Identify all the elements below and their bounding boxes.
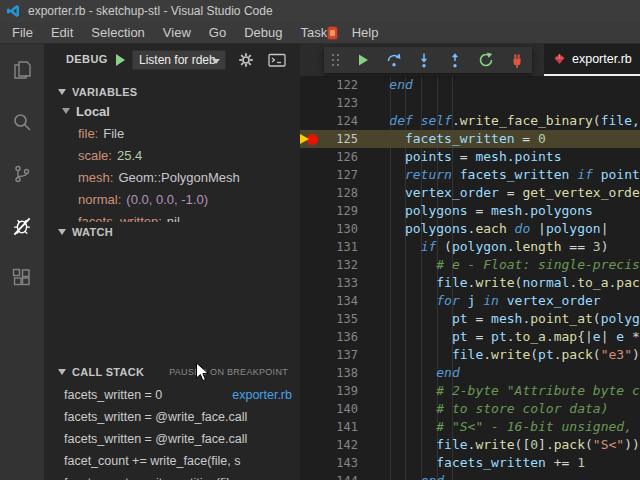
line-number: 127 (320, 166, 358, 184)
gear-icon[interactable] (238, 52, 254, 68)
code-line-123[interactable]: 123 (300, 94, 640, 112)
code-line-139[interactable]: 139# 2-byte "Attribute byte co (300, 382, 640, 400)
code-line-126[interactable]: 126points = mesh.points (300, 148, 640, 166)
breakpoint-gutter[interactable] (300, 238, 320, 256)
line-number: 125 (320, 130, 358, 148)
line-number: 122 (320, 76, 358, 94)
variable-row[interactable]: mesh:Geom::PolygonMesh (44, 166, 300, 188)
call-stack-frame[interactable]: facet_count = write_entities(file (44, 472, 300, 480)
menu-help[interactable]: Help (343, 22, 388, 44)
code-line-131[interactable]: 131if (polygon.length == 3) (300, 238, 640, 256)
code-line-137[interactable]: 137file.write(pt.pack("e3")) (300, 346, 640, 364)
breakpoint-gutter[interactable] (300, 292, 320, 310)
breakpoint-gutter[interactable] (300, 184, 320, 202)
code-line-text: def self.write_face_binary(file, scale, … (358, 112, 640, 130)
activity-extensions-button[interactable] (0, 252, 44, 304)
restart-icon[interactable] (478, 52, 494, 68)
call-stack-frame[interactable]: facets_written = @write_face.call (44, 406, 300, 428)
menu-go[interactable]: Go (200, 22, 235, 44)
variable-row[interactable]: scale:25.4 (44, 144, 300, 166)
step-out-icon[interactable] (447, 52, 463, 68)
code-line-124[interactable]: 124def self.write_face_binary(file, scal… (300, 112, 640, 130)
breakpoint-gutter[interactable] (300, 94, 320, 112)
code-line-130[interactable]: 130polygons.each do |polygon| (300, 220, 640, 238)
debug-config-dropdown[interactable]: Listen for rdeb (132, 50, 226, 70)
frame-file-link[interactable]: exporter.rb (232, 388, 292, 402)
code-line-144[interactable]: 144end (300, 472, 640, 480)
tab-bar: exporter.rb (300, 44, 640, 76)
code-line-132[interactable]: 132# e - Float: single-precision fl (300, 256, 640, 274)
code-line-127[interactable]: 127return facets_written if points.lengt… (300, 166, 640, 184)
watch-section-header[interactable]: WATCH (44, 222, 300, 242)
call-stack-frame[interactable]: facet_count += write_face(file, s (44, 450, 300, 472)
code-line-text: # to store color data) (358, 400, 640, 418)
code-line-142[interactable]: 142file.write([0].pack("S<")) (300, 436, 640, 454)
breakpoint-gutter[interactable] (300, 400, 320, 418)
call-stack-section-header[interactable]: CALL STACK PAUSED ON BREAKPOINT (44, 362, 300, 382)
breakpoint-gutter[interactable] (300, 418, 320, 436)
menu-edit[interactable]: Edit (42, 22, 82, 44)
continue-icon[interactable] (355, 52, 371, 68)
call-stack-header-label: CALL STACK (72, 366, 144, 378)
breakpoint-gutter[interactable] (300, 112, 320, 130)
step-over-icon[interactable] (386, 52, 402, 68)
disconnect-icon[interactable] (509, 52, 525, 69)
step-into-icon[interactable] (416, 52, 432, 68)
code-line-140[interactable]: 140# to store color data) (300, 400, 640, 418)
breakpoint-gutter[interactable] (300, 310, 320, 328)
menu-view[interactable]: View (154, 22, 200, 44)
breakpoint-gutter[interactable] (300, 76, 320, 94)
call-stack-frame[interactable]: facets_written = @write_face.call (44, 428, 300, 450)
code-line-143[interactable]: 143facets_written += 1 (300, 454, 640, 472)
code-line-141[interactable]: 141# "S<" - 16-bit unsigned, l (300, 418, 640, 436)
code-line-134[interactable]: 134for j in vertex_order (300, 292, 640, 310)
code-line-text: end (358, 472, 640, 480)
menu-debug[interactable]: Debug (235, 22, 291, 44)
breakpoint-gutter[interactable] (300, 130, 320, 148)
variables-section-header[interactable]: VARIABLES (44, 82, 300, 102)
menu-file[interactable]: File (3, 22, 42, 44)
breakpoint-gutter[interactable] (300, 148, 320, 166)
breakpoint-gutter[interactable] (300, 256, 320, 274)
code-editor[interactable]: 122end123124def self.write_face_binary(f… (300, 76, 640, 480)
code-line-135[interactable]: 135pt = mesh.point_at(polygon[j]. (300, 310, 640, 328)
debug-console-icon[interactable] (268, 53, 286, 68)
activity-bar (0, 44, 44, 480)
code-line-133[interactable]: 133file.write(normal.to_a.pack("e3")) (300, 274, 640, 292)
code-line-128[interactable]: 128vertex_order = get_vertex_order(point… (300, 184, 640, 202)
code-line-136[interactable]: 136pt = pt.to_a.map{|e| e * scale} (300, 328, 640, 346)
tab-exporter-rb[interactable]: exporter.rb (544, 44, 640, 76)
activity-source-control-button[interactable] (0, 148, 44, 200)
breakpoint-gutter[interactable] (300, 364, 320, 382)
code-line-129[interactable]: 129polygons = mesh.polygons (300, 202, 640, 220)
breakpoint-gutter[interactable] (300, 202, 320, 220)
frame-label: facets_written = 0 (64, 388, 224, 402)
line-number: 133 (320, 274, 358, 292)
code-line-text: file.write(pt.pack("e3")) (358, 346, 640, 364)
breakpoint-gutter[interactable] (300, 166, 320, 184)
breakpoint-gutter[interactable] (300, 382, 320, 400)
breakpoint-gutter[interactable] (300, 220, 320, 238)
activity-explorer-button[interactable] (0, 44, 44, 96)
breakpoint-gutter[interactable] (300, 436, 320, 454)
code-line-text (358, 94, 640, 112)
code-line-125[interactable]: 125facets_written = 0 (300, 130, 640, 148)
menu-selection[interactable]: Selection (82, 22, 153, 44)
breakpoint-gutter[interactable] (300, 346, 320, 364)
variable-row[interactable]: facets_written:nil (44, 210, 300, 222)
code-line-138[interactable]: 138end (300, 364, 640, 382)
line-number: 128 (320, 184, 358, 202)
breakpoint-gutter[interactable] (300, 328, 320, 346)
variable-row[interactable]: file:File (44, 122, 300, 144)
breakpoint-gutter[interactable] (300, 454, 320, 472)
variable-row[interactable]: normal:(0.0, 0.0, -1.0) (44, 188, 300, 210)
breakpoint-gutter[interactable] (300, 274, 320, 292)
activity-debug-button[interactable] (0, 200, 44, 252)
activity-search-button[interactable] (0, 96, 44, 148)
call-stack-frame[interactable]: facets_written = 0exporter.rb (44, 384, 300, 406)
start-debug-icon[interactable] (116, 54, 125, 66)
code-line-122[interactable]: 122end (300, 76, 640, 94)
breakpoint-gutter[interactable] (300, 472, 320, 480)
drag-handle-icon[interactable] (331, 53, 340, 67)
scope-local[interactable]: Local (44, 100, 300, 122)
